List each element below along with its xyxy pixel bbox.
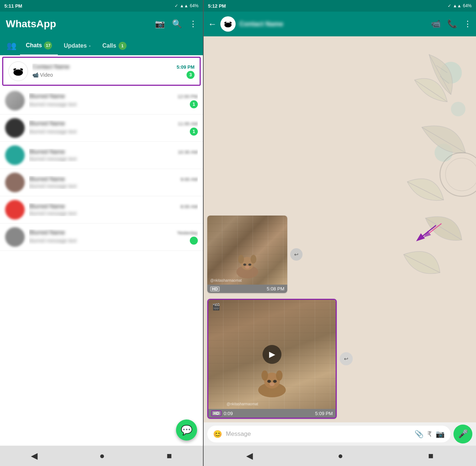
right-battery-icon: 64%: [463, 3, 472, 8]
chat-top-5: Blurred Name 9:00 AM: [29, 176, 198, 182]
chat-header: ← Contact Name 📹 📞 ⋮: [204, 12, 476, 36]
chat-preview-2: blurred message text: [29, 101, 77, 107]
updates-dot: ●: [89, 44, 91, 48]
film-icon-2: 🎬: [212, 303, 220, 311]
chat-name-4: Blurred Name: [29, 149, 65, 155]
camera-icon[interactable]: 📷: [155, 19, 165, 29]
chat-time-6: 8:00 AM: [180, 204, 198, 209]
attach-icon[interactable]: 📎: [415, 430, 424, 438]
chat-name-3: Blurred Name: [29, 120, 65, 127]
recents-nav-btn[interactable]: ■: [167, 451, 172, 461]
play-button-2[interactable]: ▶: [263, 345, 281, 364]
chat-item-4[interactable]: Blurred Name 10:30 AM blurred message te…: [0, 142, 203, 169]
svg-point-20: [251, 255, 256, 264]
chat-time-1: 5:09 PM: [177, 64, 195, 70]
chat-header-avatar[interactable]: [220, 16, 236, 32]
chat-preview-1: 📹 Video: [32, 72, 53, 78]
chat-contact-name[interactable]: Contact Name: [239, 20, 427, 28]
svg-point-29: [273, 380, 277, 383]
chat-bottom-6: blurred message text: [29, 210, 198, 216]
chat-name-1: Contact Name: [32, 64, 69, 70]
right-back-nav-btn[interactable]: ◀: [246, 451, 253, 461]
dog-image-2: [252, 365, 292, 398]
chat-item-highlighted[interactable]: Contact Name 5:09 PM 📹 Video 3: [2, 57, 201, 86]
chat-name-6: Blurred Name: [29, 203, 65, 210]
menu-icon[interactable]: ⋮: [189, 19, 197, 29]
chat-preview-5: blurred message text: [29, 183, 77, 189]
svg-point-22: [248, 264, 251, 266]
chat-top-2: Blurred Name 12:00 PM: [29, 93, 198, 100]
svg-point-19: [238, 255, 244, 264]
video-bubble-2[interactable]: 🎬 ▶ @: [207, 299, 337, 419]
chat-menu-icon[interactable]: ⋮: [464, 19, 472, 29]
search-icon[interactable]: 🔍: [172, 19, 182, 29]
chat-item-7[interactable]: Blurred Name Yesterday blurred message t…: [0, 224, 203, 251]
chat-item-6[interactable]: Blurred Name 8:00 AM blurred message tex…: [0, 196, 203, 224]
right-status-bar: 5:12 PM ✓ ▲▲ 64%: [204, 0, 476, 12]
chat-content-6: Blurred Name 8:00 AM blurred message tex…: [29, 203, 198, 216]
chat-item-2[interactable]: Blurred Name 12:00 PM blurred message te…: [0, 87, 203, 115]
updates-tab[interactable]: Updates ●: [58, 37, 96, 54]
camera-input-icon[interactable]: 📷: [436, 430, 445, 438]
video-meta-2: HD 0:09: [211, 410, 233, 416]
mic-button[interactable]: 🎤: [453, 425, 472, 443]
right-nav-bar: ◀ ● ■: [204, 446, 476, 466]
compose-fab[interactable]: 💬: [176, 419, 197, 441]
chat-preview-3: blurred message text: [29, 129, 77, 134]
message-row-1: @nkitasharmaomat HD 5:08 PM ↩: [207, 216, 472, 293]
svg-point-3: [227, 23, 230, 25]
forward-button-1[interactable]: ↩: [290, 248, 303, 261]
chat-header-action-icons: 📹 📞 ⋮: [431, 19, 472, 29]
rupee-icon[interactable]: ₹: [427, 430, 432, 438]
back-nav-btn[interactable]: ◀: [31, 451, 37, 461]
watermark-2: @nkitasharmaomat: [227, 402, 258, 406]
right-recents-nav-btn[interactable]: ■: [428, 451, 434, 461]
mic-icon: 🎤: [458, 429, 468, 439]
video-camera-icon: 📹: [32, 72, 39, 78]
preview-text-1: Video: [40, 72, 53, 78]
chat-content-5: Blurred Name 9:00 AM blurred message tex…: [29, 176, 198, 189]
chat-content-4: Blurred Name 10:30 AM blurred message te…: [29, 149, 198, 162]
svg-point-26: [261, 370, 268, 381]
battery-icon: 64%: [190, 3, 199, 8]
right-check-icon: ✓: [448, 3, 451, 8]
calls-tab[interactable]: Calls 1: [96, 37, 132, 55]
home-nav-btn[interactable]: ●: [99, 451, 105, 461]
avatar-2: [5, 91, 25, 111]
chat-time-7: Yesterday: [177, 230, 198, 236]
svg-point-23: [245, 266, 249, 269]
avatar-6: [5, 200, 25, 220]
video-bubble-1[interactable]: @nkitasharmaomat HD 5:08 PM: [207, 216, 287, 293]
chat-content-3: Blurred Name 11:00 AM blurred message te…: [29, 120, 198, 136]
forward-button-2[interactable]: ↩: [340, 352, 353, 365]
video-call-icon[interactable]: 📹: [431, 19, 441, 29]
unread-badge-7: [190, 237, 198, 245]
unread-badge-1: 3: [187, 71, 195, 79]
community-tab-icon[interactable]: 👥: [3, 41, 20, 51]
chats-tab[interactable]: Chats 17: [20, 36, 58, 56]
message-input-box[interactable]: 😊 Message 📎 ₹ 📷: [207, 426, 451, 442]
chat-item-5[interactable]: Blurred Name 9:00 AM blurred message tex…: [0, 169, 203, 196]
video-thumbnail-1: @nkitasharmaomat: [207, 216, 287, 285]
right-signal-icon: ▲▲: [453, 3, 461, 8]
svg-point-30: [269, 382, 275, 386]
chat-top-highlighted: Contact Name 5:09 PM: [32, 64, 195, 70]
chat-name-7: Blurred Name: [29, 229, 65, 236]
left-status-icons: ✓ ▲▲ 64%: [175, 3, 199, 8]
chat-bottom-7: blurred message text: [29, 237, 198, 245]
emoji-icon[interactable]: 😊: [213, 430, 222, 438]
unread-badge-2: 1: [190, 100, 198, 108]
signal-icon: ▲▲: [180, 3, 188, 8]
chat-preview-7: blurred message text: [29, 238, 77, 244]
back-button[interactable]: ←: [208, 19, 217, 29]
chat-time-2: 12:00 PM: [177, 94, 198, 99]
right-home-nav-btn[interactable]: ●: [338, 451, 343, 461]
chat-time-3: 11:00 AM: [178, 121, 198, 126]
unread-badge-3: 1: [190, 128, 198, 136]
app-title: WhatsApp: [6, 18, 56, 30]
chat-item-3[interactable]: Blurred Name 11:00 AM blurred message te…: [0, 115, 203, 142]
voice-call-icon[interactable]: 📞: [447, 19, 457, 29]
chat-bottom-1: 📹 Video 3: [32, 71, 195, 79]
chat-content-7: Blurred Name Yesterday blurred message t…: [29, 229, 198, 245]
messages-list: @nkitasharmaomat HD 5:08 PM ↩: [207, 40, 472, 419]
